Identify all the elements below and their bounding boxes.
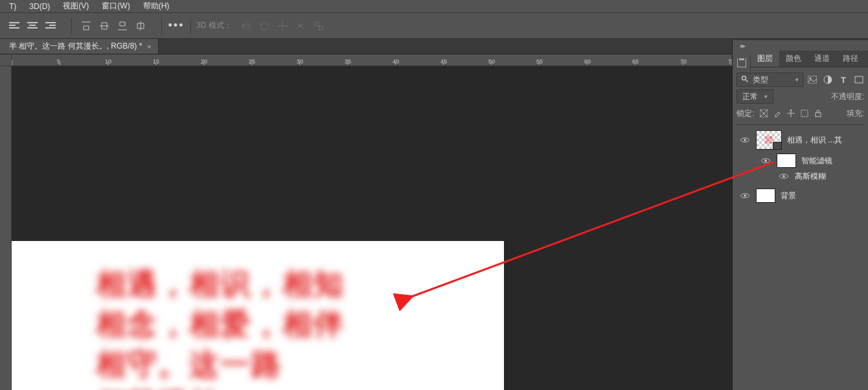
workspace: 051015202530354045505560657075 相遇，相识，相知 … <box>0 54 732 390</box>
svg-point-0 <box>242 22 250 30</box>
layer-thumbnail[interactable]: 相遇相念 ⎘ <box>756 130 782 150</box>
menu-item-3d[interactable]: 3D(D) <box>23 1 56 12</box>
menu-item-help[interactable]: 帮助(H) <box>137 0 176 13</box>
tab-color[interactable]: 颜色 <box>779 51 808 67</box>
menu-bar: T) 3D(D) 视图(V) 窗口(W) 帮助(H) <box>0 0 868 13</box>
filter-shape-icon[interactable] <box>854 75 864 85</box>
visibility-toggle-icon[interactable] <box>739 137 751 143</box>
filter-label: 类型 <box>753 75 768 86</box>
3d-scale-icon[interactable] <box>312 19 326 33</box>
vertical-ruler <box>0 54 12 390</box>
close-tab-icon[interactable]: × <box>147 43 151 51</box>
layer-filter-select[interactable]: 类型 ▾ <box>737 73 803 87</box>
smart-filters-row[interactable]: 智能滤镜 <box>737 152 864 169</box>
layer-row[interactable]: 背景 <box>737 183 864 208</box>
menu-item-text[interactable]: T) <box>3 1 23 12</box>
visibility-toggle-icon[interactable] <box>739 192 751 199</box>
3d-orbit-icon[interactable] <box>239 19 253 33</box>
filter-mask-thumbnail[interactable] <box>777 154 796 168</box>
lock-position-icon[interactable] <box>786 109 795 118</box>
panel-tab-strip: 图层 颜色 通道 路径 <box>751 51 868 67</box>
svg-point-1 <box>242 25 250 27</box>
menu-item-view[interactable]: 视图(V) <box>56 0 95 13</box>
3d-slide-icon[interactable] <box>293 19 308 33</box>
distribute-bottom-icon[interactable] <box>115 19 130 33</box>
3d-roll-icon[interactable] <box>257 19 271 33</box>
ruler-corner <box>0 54 12 66</box>
smart-filters-label: 智能滤镜 <box>801 155 832 166</box>
layers-panel: 类型 ▾ T 正常 ▾ 不透明度: 锁定: <box>733 67 868 208</box>
svg-point-7 <box>810 78 812 80</box>
opacity-label[interactable]: 不透明度: <box>831 91 864 102</box>
panel-dock: ▸▸ 图层 颜色 通道 路径 类型 ▾ T 正常 ▾ <box>732 40 868 390</box>
svg-point-13 <box>744 139 746 141</box>
filter-type-icon[interactable]: T <box>838 75 849 85</box>
fill-label[interactable]: 填充: <box>847 108 864 119</box>
layer-name[interactable]: 背景 <box>781 190 796 201</box>
svg-point-16 <box>744 194 746 197</box>
3d-mode-label: 3D 模式： <box>196 20 232 31</box>
blend-mode-select[interactable]: 正常 ▾ <box>737 89 773 104</box>
lock-pixels-icon[interactable] <box>759 109 768 118</box>
distribute-top-icon[interactable] <box>79 19 93 33</box>
svg-rect-6 <box>808 76 817 84</box>
filter-row[interactable]: 高斯模糊 <box>737 169 864 183</box>
visibility-toggle-icon[interactable] <box>760 157 771 164</box>
align-right-icon[interactable] <box>43 19 58 33</box>
chevron-down-icon: ▾ <box>795 76 799 83</box>
blend-mode-value: 正常 <box>742 91 758 102</box>
tab-layers[interactable]: 图层 <box>751 51 779 67</box>
options-bar: ••• 3D 模式： <box>0 13 868 39</box>
svg-point-2 <box>299 25 302 27</box>
document-tab-title: 半 相守。这一路 何其漫长。, RGB/8) * <box>9 41 142 52</box>
visibility-toggle-icon[interactable] <box>778 173 790 179</box>
document-tab[interactable]: 半 相守。这一路 何其漫长。, RGB/8) * × <box>0 39 159 54</box>
document-canvas[interactable]: 相遇，相识，相知 相念，相爱，相伴 相守。这一路 何其漫长。 <box>12 241 504 390</box>
svg-point-14 <box>764 159 767 162</box>
layer-list: 相遇相念 ⎘ 相遇，相识 ...其 智能滤镜 高斯模糊 背景 <box>737 124 864 208</box>
canvas-text-layer: 相遇，相识，相知 相念，相爱，相伴 相守。这一路 何其漫长。 <box>96 264 345 390</box>
layer-name[interactable]: 相遇，相识 ...其 <box>787 135 842 146</box>
filter-adjustment-icon[interactable] <box>823 75 833 85</box>
lock-all-icon[interactable] <box>814 109 823 118</box>
svg-point-5 <box>742 76 746 80</box>
lock-label: 锁定: <box>737 108 754 119</box>
menu-item-window[interactable]: 窗口(W) <box>95 0 136 13</box>
chevron-down-icon: ▾ <box>764 93 768 100</box>
svg-rect-4 <box>319 26 323 30</box>
distribute-vcenter-icon[interactable] <box>97 19 111 33</box>
search-icon <box>741 75 749 85</box>
lock-artboard-icon[interactable] <box>800 109 809 118</box>
distribute-hcenter-icon[interactable] <box>133 19 148 33</box>
more-options-icon[interactable]: ••• <box>169 19 183 33</box>
align-left-icon[interactable] <box>7 19 21 33</box>
canvas-viewport[interactable]: 相遇，相识，相知 相念，相爱，相伴 相守。这一路 何其漫长。 <box>12 66 732 390</box>
dock-grip[interactable]: ▸▸ <box>733 40 868 51</box>
align-center-icon[interactable] <box>25 19 40 33</box>
layer-thumbnail[interactable] <box>756 189 775 203</box>
svg-rect-12 <box>816 113 821 117</box>
filter-name[interactable]: 高斯模糊 <box>795 171 826 182</box>
tab-channels[interactable]: 通道 <box>808 51 836 67</box>
svg-rect-9 <box>855 76 863 83</box>
layer-row[interactable]: 相遇相念 ⎘ 相遇，相识 ...其 <box>737 128 864 152</box>
collapsed-panel-icon[interactable] <box>733 54 751 71</box>
lock-brush-icon[interactable] <box>773 109 782 118</box>
svg-rect-3 <box>315 22 319 26</box>
tab-paths[interactable]: 路径 <box>836 51 865 67</box>
filter-image-icon[interactable] <box>807 75 817 85</box>
svg-point-15 <box>782 175 785 178</box>
svg-rect-11 <box>801 110 808 117</box>
horizontal-ruler: 051015202530354045505560657075 <box>12 54 732 66</box>
3d-pan-icon[interactable] <box>275 19 290 33</box>
